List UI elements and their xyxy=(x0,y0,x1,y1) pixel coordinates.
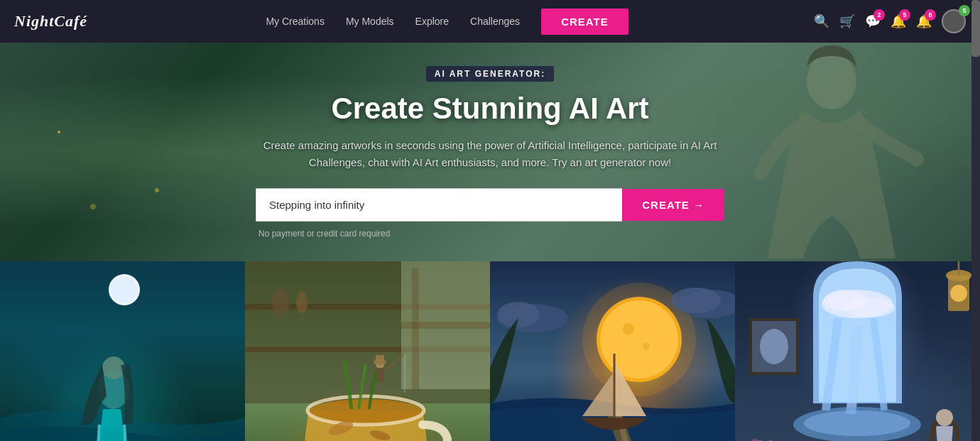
chat-badge: 2 xyxy=(873,9,885,21)
svg-point-15 xyxy=(296,292,307,313)
chat-icon-button[interactable]: 💬 2 xyxy=(865,13,881,29)
bell-icon-button[interactable]: 🔔 5 xyxy=(891,13,906,29)
hero-title: Create Stunning AI Art xyxy=(256,92,724,126)
store-icon: 🛒 xyxy=(839,14,855,28)
notification2-badge: 8 xyxy=(925,9,936,21)
sailboat-art xyxy=(490,261,735,441)
svg-point-58 xyxy=(936,409,953,426)
nav-challenges[interactable]: Challenges xyxy=(470,16,520,27)
svg-point-56 xyxy=(950,285,967,302)
search-icon-button[interactable]: 🔍 xyxy=(814,13,829,29)
gallery: ♡ 5762 💬 335 xyxy=(0,261,980,441)
hero-search-input[interactable] xyxy=(256,188,622,222)
avatar-button[interactable]: 5 xyxy=(942,9,966,33)
hero-search-row: CREATE → xyxy=(256,188,724,222)
fantasy-room-art xyxy=(735,261,980,441)
hero-figure-svg xyxy=(732,45,931,258)
svg-point-42 xyxy=(845,298,895,317)
navbar: NightCafé My Creations My Models Explore… xyxy=(0,0,980,43)
gallery-item-3[interactable]: ♡ 5082 💬 450 🖼 2 xyxy=(735,261,980,441)
svg-point-44 xyxy=(804,410,910,436)
svg-rect-21 xyxy=(376,368,383,382)
svg-point-14 xyxy=(272,288,289,317)
hero-label: AI ART GENERATOR: xyxy=(426,66,554,82)
scrollbar[interactable] xyxy=(971,0,980,441)
scrollbar-thumb[interactable] xyxy=(971,0,980,57)
svg-point-53 xyxy=(760,329,788,364)
nav-my-models[interactable]: My Models xyxy=(346,16,394,27)
svg-rect-13 xyxy=(401,322,490,329)
hero-content: AI ART GENERATOR: Create Stunning AI Art… xyxy=(241,66,739,239)
search-icon: 🔍 xyxy=(814,14,829,28)
svg-point-37 xyxy=(671,288,721,313)
hero-note: No payment or credit card required xyxy=(256,229,724,239)
avatar-badge: 5 xyxy=(959,5,970,16)
nav-links: My Creations My Models Explore Challenge… xyxy=(266,9,628,35)
gallery-item-2[interactable]: ♡ 5215 💬 447 🖼 3 xyxy=(490,261,735,441)
bell-badge: 5 xyxy=(899,9,910,21)
navbar-create-button[interactable]: CREATE xyxy=(541,9,628,35)
svg-point-3 xyxy=(111,276,138,303)
hero-create-button[interactable]: CREATE → xyxy=(622,189,724,221)
mermaid-art xyxy=(0,261,245,441)
hero-description: Create amazing artworks in seconds using… xyxy=(256,137,724,171)
nav-explore[interactable]: Explore xyxy=(415,16,449,27)
svg-point-35 xyxy=(497,302,540,327)
store-icon-button[interactable]: 🛒 xyxy=(839,13,855,29)
navbar-icons: 🔍 🛒 💬 2 🔔 5 🔔 8 5 xyxy=(814,9,966,33)
svg-point-0 xyxy=(807,53,856,109)
gallery-item-1[interactable]: ♡ 5509 💬 373 🖼 4 xyxy=(245,261,490,441)
teacup-art xyxy=(245,261,490,441)
svg-rect-23 xyxy=(376,355,384,364)
notification2-icon-button[interactable]: 🔔 8 xyxy=(916,13,932,29)
hero-section: AI ART GENERATOR: Create Stunning AI Art… xyxy=(0,43,980,261)
nav-my-creations[interactable]: My Creations xyxy=(266,16,324,27)
gallery-item-0[interactable]: ♡ 5762 💬 335 xyxy=(0,261,245,441)
logo[interactable]: NightCafé xyxy=(14,12,87,31)
